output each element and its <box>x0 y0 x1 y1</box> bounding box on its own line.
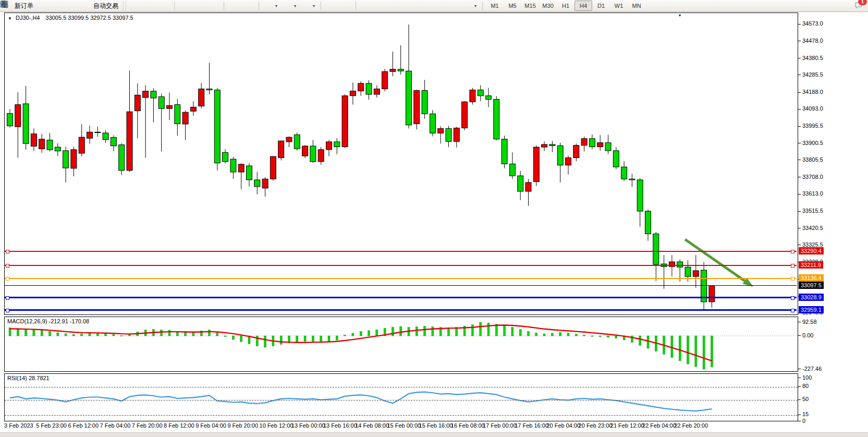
toolbar-separator <box>356 2 356 10</box>
period-button[interactable]: ▾ <box>281 0 299 11</box>
axis-tick-label: 33613.0 <box>802 190 823 197</box>
line-handle[interactable] <box>6 264 9 268</box>
horizontal-line-33028.9[interactable] <box>5 297 797 298</box>
add-indicator-button[interactable]: ▾ <box>262 0 280 11</box>
gold-stack-icon <box>40 2 48 10</box>
axis-tick <box>798 58 801 58</box>
timeframe-mn[interactable]: MN <box>628 1 645 11</box>
date-label: 21 Feb 12:00 <box>610 422 644 429</box>
grid-tool-button[interactable]: F <box>418 0 431 11</box>
fibonacci-button[interactable]: E <box>403 0 417 11</box>
axis-tick <box>798 322 801 322</box>
line-handle[interactable] <box>791 264 794 268</box>
arrows-icon <box>464 2 472 10</box>
axis-tick <box>798 194 801 195</box>
horizontal-line-33290.4[interactable] <box>5 251 797 252</box>
toolbar: 新订单 自动交易 <box>0 0 868 12</box>
text-tool-button[interactable]: A <box>432 0 446 11</box>
date-label: 13 Feb 16:00 <box>323 422 357 429</box>
line-handle[interactable] <box>791 277 794 281</box>
line-chart-button[interactable] <box>157 0 171 11</box>
date-label: 7 Feb 04:00 <box>100 422 131 429</box>
text-label-icon: T <box>449 2 458 10</box>
timeframe-m30[interactable]: M30 <box>539 1 557 11</box>
line-handle[interactable] <box>791 296 794 300</box>
search-icon[interactable] <box>842 2 850 10</box>
zoom-out-button[interactable] <box>192 0 206 11</box>
timeframe-d1[interactable]: D1 <box>592 1 610 11</box>
line-handle[interactable] <box>6 296 9 300</box>
vertical-line-button[interactable] <box>359 0 373 11</box>
cursor-button[interactable] <box>324 0 338 11</box>
chevron-down-icon: ▾ <box>474 4 476 8</box>
chart-shift-button[interactable] <box>242 0 255 11</box>
horizontal-line-33211.9[interactable] <box>5 265 797 266</box>
chart-symbol-line: ▼ DJ30-,H4 33005.5 33099.5 32972.5 33097… <box>8 15 133 21</box>
timeframe-h4[interactable]: H4 <box>574 1 592 11</box>
timeframe-group: M1M5M15M30H1H4D1W1MN <box>486 1 645 11</box>
template-button[interactable]: ▾ <box>300 0 317 11</box>
toolbar-separator <box>259 2 259 10</box>
date-label: 16 Feb 08:00 <box>451 422 485 429</box>
trendline-button[interactable] <box>388 0 402 11</box>
chat-button[interactable]: 1 <box>854 1 863 10</box>
horizontal-line-33136.4[interactable] <box>5 278 797 279</box>
date-label: 10 Feb 12:00 <box>260 422 294 429</box>
axis-tick <box>798 399 801 400</box>
timeframe-m1[interactable]: M1 <box>486 1 504 11</box>
chart-shift-marker[interactable]: ▾ <box>679 13 681 18</box>
horizontal-line-33097.5[interactable] <box>5 285 797 286</box>
rsi-axis-label: 0 <box>802 418 805 424</box>
arrows-tool-button[interactable]: ▾ <box>461 0 479 11</box>
profile-button[interactable] <box>52 0 65 11</box>
line-handle[interactable] <box>791 250 794 253</box>
date-label: 15 Feb 00:00 <box>387 422 421 429</box>
rsi-panel[interactable]: RSI(14) 28.7821 <box>4 373 798 421</box>
zoom-in-icon <box>180 2 189 10</box>
main-chart-panel[interactable]: ▼ DJ30-,H4 33005.5 33099.5 32972.5 33097… <box>4 13 798 315</box>
rsi-chart <box>5 374 798 421</box>
timeframe-h1[interactable]: H1 <box>557 1 574 11</box>
autotrading-button[interactable]: 自动交易 <box>81 0 121 11</box>
auto-scroll-button[interactable] <box>227 0 241 11</box>
candlestick-chart[interactable] <box>5 13 798 314</box>
candlestick-chart-button[interactable] <box>143 0 156 11</box>
crosshair-button[interactable] <box>339 0 352 11</box>
horizontal-line-32959.1[interactable] <box>5 309 797 311</box>
bar-chart-button[interactable] <box>128 0 142 11</box>
cursor-icon <box>327 2 335 10</box>
axis-tick-label: 33420.5 <box>802 225 823 231</box>
window-bottom-strip <box>0 432 868 437</box>
horizontal-line-button[interactable] <box>374 0 387 11</box>
timeframe-m5[interactable]: M5 <box>504 1 521 11</box>
axis-tick <box>798 415 801 415</box>
rsi-axis-label: 50 <box>802 396 809 402</box>
line-handle[interactable] <box>6 250 9 253</box>
label-tool-button[interactable]: T <box>447 0 460 11</box>
chevron-down-icon: ▾ <box>294 4 296 8</box>
axis-tick <box>798 228 801 228</box>
charts-button[interactable] <box>37 0 51 11</box>
axis-tick <box>798 126 801 127</box>
line-handle[interactable] <box>6 277 9 281</box>
date-label: 13 Feb 00:00 <box>291 422 325 429</box>
axis-tick-label: 34380.5 <box>802 55 823 61</box>
macd-axis-label: -227.46 <box>802 366 822 372</box>
market-watch-button[interactable] <box>66 0 80 11</box>
line-handle[interactable] <box>791 309 794 312</box>
axis-tick-label: 34573.0 <box>802 20 823 27</box>
collapse-triangle-icon[interactable]: ▼ <box>8 16 12 21</box>
symbol-label: DJ30-,H4 <box>16 15 40 21</box>
macd-panel[interactable]: MACD(12,26,9) -212.91 -170.08 <box>4 317 798 372</box>
date-label: 22 Feb 20:00 <box>674 422 708 429</box>
date-label: 22 Feb 04:00 <box>642 422 676 429</box>
rsi-level-15 <box>5 415 798 416</box>
timeframe-w1[interactable]: W1 <box>610 1 628 11</box>
price-tag-32959.1: 32959.1 <box>799 306 824 313</box>
zoom-in-button[interactable] <box>178 0 191 11</box>
tile-windows-button[interactable] <box>207 0 221 11</box>
timeframe-m15[interactable]: M15 <box>521 1 539 11</box>
signal-icon <box>69 2 77 10</box>
axis-tick <box>798 41 801 41</box>
line-handle[interactable] <box>6 309 9 312</box>
